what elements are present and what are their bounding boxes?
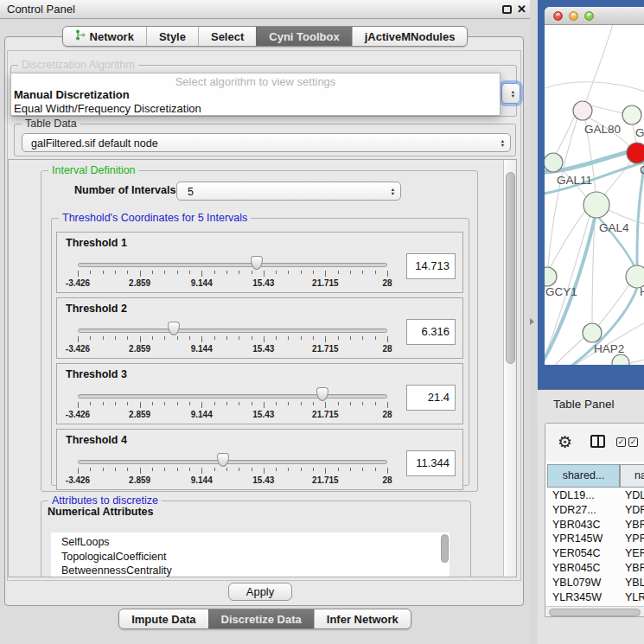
slider-track[interactable] bbox=[78, 460, 387, 464]
tab-style[interactable]: Style bbox=[146, 27, 198, 46]
slider-thumb[interactable] bbox=[251, 256, 263, 270]
bottom-tab-infer-network[interactable]: Infer Network bbox=[314, 609, 411, 628]
bottom-tab-discretize-data[interactable]: Discretize Data bbox=[208, 609, 314, 628]
interval-definition-group-title: Interval Definition bbox=[48, 164, 139, 176]
bottom-tab-label: Discretize Data bbox=[221, 613, 302, 626]
tab-network[interactable]: Network bbox=[63, 27, 146, 46]
tab-label: Network bbox=[90, 30, 134, 43]
bottom-tab-impute-data[interactable]: Impute Data bbox=[119, 609, 207, 628]
apply-button[interactable]: Apply bbox=[228, 583, 292, 601]
table-data-combo-value: galFiltered.sif default node bbox=[31, 134, 158, 153]
number-of-intervals-combo[interactable]: 5 ▴▾ bbox=[176, 182, 401, 201]
algorithm-option-manual-discretization[interactable]: Manual Discretization bbox=[14, 88, 130, 101]
network-node-gal4[interactable] bbox=[583, 192, 609, 218]
network-node-item[interactable] bbox=[612, 354, 629, 365]
scrollbar-thumb[interactable] bbox=[549, 609, 641, 616]
checkbox-icon[interactable]: ✓ bbox=[628, 437, 638, 447]
checkbox-icon[interactable]: ✓ bbox=[616, 437, 626, 447]
settings-vertical-scrollbar[interactable] bbox=[503, 160, 517, 577]
scrollbar-thumb[interactable] bbox=[506, 172, 515, 364]
table-row[interactable]: YER054CYER0 bbox=[545, 547, 644, 562]
network-node-hap2[interactable] bbox=[583, 323, 602, 342]
cell-name: YBR0 bbox=[625, 519, 644, 531]
table-row[interactable]: YBR043CYBR0 bbox=[545, 519, 644, 533]
splitter-collapse-arrow-icon[interactable] bbox=[530, 318, 534, 325]
bottom-tab-bar: Impute DataDiscretize DataInfer Network bbox=[0, 609, 530, 629]
network-window-titlebar[interactable] bbox=[545, 7, 644, 25]
table-row[interactable]: YPR145WYPR1 bbox=[545, 532, 644, 547]
table-panel-title: Table Panel bbox=[553, 390, 615, 419]
threshold-value-field[interactable]: 21.4 bbox=[406, 385, 456, 411]
slider-track[interactable] bbox=[78, 328, 387, 333]
network-canvas[interactable]: GAL80GACGAL11GAL4GCY1HHAP2 bbox=[545, 25, 644, 365]
node-label: C bbox=[640, 163, 644, 176]
network-node-gcy1[interactable] bbox=[545, 267, 557, 286]
slider-track[interactable] bbox=[78, 263, 387, 267]
threshold-value-field[interactable]: 6.316 bbox=[406, 319, 456, 345]
tab-cyni-toolbox[interactable]: Cyni Toolbox bbox=[256, 27, 351, 46]
attribute-item-topologicalcoefficient[interactable]: TopologicalCoefficient bbox=[51, 550, 450, 564]
attribute-item-selfloops[interactable]: SelfLoops bbox=[51, 535, 450, 550]
attributes-group-title: Attributes to discretize bbox=[48, 494, 162, 507]
tab-select[interactable]: Select bbox=[198, 27, 256, 46]
network-icon bbox=[75, 29, 86, 43]
threshold-box-3: Threshold 3-3.4262.8599.14415.4321.71528… bbox=[56, 363, 463, 424]
table-data-combo[interactable]: galFiltered.sif default node ▴▾ bbox=[22, 133, 511, 152]
table-data-group-title: Table Data bbox=[22, 118, 80, 130]
threshold-label: Threshold 2 bbox=[66, 303, 127, 315]
slider-thumb[interactable] bbox=[168, 322, 180, 335]
cell-shared-name: YBL079W bbox=[552, 577, 601, 589]
network-edge bbox=[603, 161, 631, 196]
table-row[interactable]: YBL079WYBL0 bbox=[545, 577, 644, 591]
threshold-value-field[interactable]: 11.344 bbox=[406, 450, 456, 476]
node-label: HAP2 bbox=[594, 342, 624, 355]
screenshot-root: Control Panel ✕ NetworkStyleSelectCyni T… bbox=[0, 0, 644, 644]
list-scrollbar-thumb[interactable] bbox=[441, 534, 449, 563]
threshold-value-field[interactable]: 14.713 bbox=[406, 253, 456, 279]
column-header-shared[interactable]: shared... bbox=[547, 464, 620, 488]
table-row[interactable]: YBR045CYBR0 bbox=[545, 562, 644, 577]
node-label: GAL4 bbox=[599, 221, 629, 234]
mac-close-button[interactable] bbox=[553, 11, 563, 21]
window-title: Control Panel bbox=[7, 0, 75, 19]
tab-label: Cyni Toolbox bbox=[269, 30, 339, 43]
numerical-attributes-list[interactable]: SelfLoopsTopologicalCoefficientBetweenne… bbox=[51, 532, 450, 577]
slider-thumb[interactable] bbox=[316, 387, 328, 401]
network-node-gal80[interactable] bbox=[573, 101, 592, 120]
column-header-name[interactable]: name bbox=[620, 464, 644, 488]
algorithm-combo-placeholder: Select algorithm to view settings bbox=[11, 75, 500, 88]
cell-name: YBR0 bbox=[625, 562, 644, 574]
slider-thumb[interactable] bbox=[217, 453, 229, 467]
algorithm-combo-stepper[interactable]: ▴▾ bbox=[501, 83, 520, 104]
mac-minimize-button[interactable] bbox=[569, 11, 578, 21]
table-toolbar: ⚙ ✓ ✓ bbox=[545, 424, 644, 462]
network-node-c[interactable] bbox=[627, 143, 644, 163]
node-label: GAL80 bbox=[584, 123, 621, 136]
network-node-gal11[interactable] bbox=[545, 153, 563, 172]
network-node-ga[interactable] bbox=[622, 105, 641, 124]
table-row[interactable]: YLR345WYLR3 bbox=[545, 591, 644, 606]
cell-shared-name: YBR045C bbox=[552, 562, 601, 574]
table-row[interactable]: YDL19...YDL1 bbox=[545, 489, 644, 504]
network-view-frame: GAL80GACGAL11GAL4GCY1HHAP2 bbox=[538, 0, 644, 389]
algorithm-dropdown-popup: Select algorithm to view settings Manual… bbox=[10, 73, 501, 116]
control-panel-titlebar: Control Panel ✕ bbox=[0, 0, 530, 19]
column-split-icon[interactable] bbox=[590, 435, 605, 448]
slider-track[interactable] bbox=[78, 394, 387, 399]
table-horizontal-scrollbar[interactable] bbox=[545, 606, 644, 617]
attribute-item-betweennesscentrality[interactable]: BetweennessCentrality bbox=[51, 564, 450, 577]
threshold-label: Threshold 4 bbox=[66, 434, 127, 446]
cell-name: YBL0 bbox=[625, 577, 644, 589]
cell-name: YDL1 bbox=[625, 489, 644, 501]
algorithm-option-equal-width-frequency-discretization[interactable]: Equal Width/Frequency Discretization bbox=[14, 102, 201, 115]
tab-label: Select bbox=[211, 30, 244, 43]
close-icon[interactable]: ✕ bbox=[517, 0, 526, 19]
tab-jactivemnodules[interactable]: jActiveMNodules bbox=[352, 27, 468, 46]
cell-name: YER0 bbox=[625, 547, 644, 559]
gear-icon[interactable]: ⚙ bbox=[558, 431, 572, 452]
network-edge bbox=[598, 284, 629, 326]
tab-label: Style bbox=[159, 30, 186, 43]
table-row[interactable]: YDR27...YDR2 bbox=[545, 504, 644, 519]
mac-zoom-button[interactable] bbox=[584, 11, 594, 21]
float-window-icon[interactable] bbox=[502, 5, 512, 14]
